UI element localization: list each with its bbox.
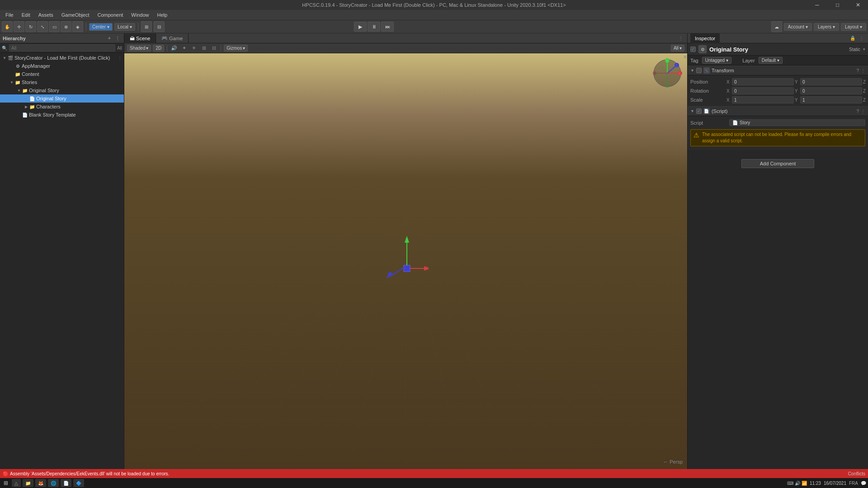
pause-button[interactable]: ⏸ — [368, 22, 380, 32]
tag-dropdown[interactable]: Untagged ▾ — [702, 57, 731, 64]
hierarchy-panel: Hierarchy + ⋮ 🔍 All ▼ 🎬 StoryCreator - L… — [0, 33, 124, 469]
menu-component[interactable]: Component — [94, 11, 127, 19]
cloud-btn[interactable]: ☁ — [771, 21, 782, 32]
gizmos-chevron-icon: ▾ — [243, 46, 245, 51]
axis-gizmo: X Y Z — [651, 57, 684, 89]
script-value-field[interactable]: 📄 Story — [729, 119, 865, 126]
start-button[interactable]: ⊞ — [2, 479, 10, 487]
tab-scene[interactable]: 🏔 Scene — [124, 33, 156, 43]
transform-info-icon[interactable]: ? — [856, 68, 859, 73]
position-z-axis: Z — [863, 80, 868, 84]
rotate-tool[interactable]: ↻ — [25, 21, 36, 32]
tree-more-root[interactable]: ⋮ — [118, 56, 124, 61]
static-label: Static — [849, 47, 860, 52]
layers-dropdown[interactable]: Layers ▾ — [814, 23, 839, 31]
maximize-button[interactable]: □ — [827, 0, 848, 10]
taskbar-explorer[interactable]: 📁 — [23, 479, 33, 487]
grid-btn[interactable]: ⊟ — [154, 21, 165, 32]
inspector-header-icons: 🔒 ⋮ — [849, 35, 865, 42]
hierarchy-search-input[interactable] — [9, 44, 115, 52]
warning-text: The associated script can not be loaded.… — [702, 131, 862, 144]
tree-item-blankstory[interactable]: 📄 Blank Story Template — [0, 111, 124, 119]
tree-item-originalstory-parent[interactable]: ▼ 📁 Original Story — [0, 86, 124, 94]
menu-assets[interactable]: Assets — [35, 11, 57, 19]
scale-x-input[interactable] — [732, 96, 794, 103]
scene-extra-btn2[interactable]: ⊟ — [210, 44, 218, 52]
menu-file[interactable]: File — [2, 11, 17, 19]
layout-dropdown[interactable]: Layout ▾ — [841, 23, 866, 31]
tree-item-content[interactable]: 📁 Content — [0, 70, 124, 78]
scene-sep2 — [221, 45, 221, 52]
scene-extra-btn1[interactable]: ⊞ — [200, 44, 208, 52]
tree-item-characters[interactable]: ▶ 📁 Characters — [0, 103, 124, 111]
layers-label: Layers — [818, 24, 831, 29]
gizmos-dropdown[interactable]: Gizmos ▾ — [224, 45, 248, 52]
script-info-icon[interactable]: ? — [856, 109, 859, 114]
scene-lighting-btn[interactable]: ☀ — [190, 44, 198, 52]
all-dropdown[interactable]: All ▾ — [671, 45, 684, 52]
move-tool[interactable]: ✛ — [14, 21, 24, 32]
scale-y-input[interactable] — [800, 96, 862, 103]
center-toggle[interactable]: Center ▾ — [89, 23, 113, 31]
tree-item-stories[interactable]: ▼ 📁 Stories — [0, 78, 124, 86]
tree-label-root: StoryCreator - Load Me First (Double Cli… — [14, 55, 110, 61]
transform-menu-icon[interactable]: ⋮ — [861, 68, 865, 73]
transform-tool[interactable]: ⊕ — [61, 21, 71, 32]
layer-dropdown[interactable]: Default ▾ — [759, 57, 783, 64]
scene-close-btn[interactable]: ✕ — [683, 54, 687, 60]
rect-tool[interactable]: ▭ — [49, 21, 60, 32]
local-toggle[interactable]: Local ▾ — [114, 23, 135, 31]
inspector-panel: Inspector 🔒 ⋮ ✓ ⚙ Original Story Static … — [687, 33, 868, 469]
scale-label: Scale — [690, 97, 726, 103]
scale-z-axis: Z — [863, 98, 868, 103]
account-dropdown[interactable]: Account ▾ — [784, 23, 812, 31]
hand-tool[interactable]: ✋ — [2, 21, 13, 32]
minimize-button[interactable]: ─ — [807, 0, 827, 10]
tab-game[interactable]: 🎮 Game — [156, 33, 189, 43]
position-label: Position — [690, 79, 726, 84]
taskbar-notepad[interactable]: 📄 — [61, 479, 71, 487]
play-button[interactable]: ▶ — [354, 22, 367, 32]
tab-inspector[interactable]: Inspector — [690, 33, 720, 43]
position-y-input[interactable] — [800, 78, 862, 85]
tree-item-root[interactable]: ▼ 🎬 StoryCreator - Load Me First (Double… — [0, 54, 124, 62]
rotation-x-input[interactable] — [732, 87, 794, 94]
custom-tool[interactable]: ◈ — [72, 21, 83, 32]
transform-component-header[interactable]: ▼ ⤡ Transform ? ⋮ — [688, 66, 868, 75]
object-active-checkbox[interactable]: ✓ — [690, 47, 696, 52]
taskbar-app2[interactable]: 🔷 — [73, 479, 84, 487]
inspector-lock-btn[interactable]: 🔒 — [849, 35, 856, 42]
step-button[interactable]: ⏭ — [381, 22, 394, 32]
tree-item-appmanager[interactable]: ⚙ AppManager — [0, 62, 124, 70]
hierarchy-add-btn[interactable]: + — [106, 35, 113, 42]
inspector-menu-btn[interactable]: ⋮ — [858, 35, 865, 42]
menu-help[interactable]: Help — [153, 11, 171, 19]
taskbar-unity[interactable]: △ — [12, 479, 21, 487]
object-name[interactable]: Original Story — [709, 46, 846, 53]
menu-edit[interactable]: Edit — [18, 11, 34, 19]
mode-dropdown[interactable]: 2D — [153, 45, 164, 52]
position-x-input[interactable] — [732, 78, 794, 85]
rotation-y-input[interactable] — [800, 87, 862, 94]
tree-item-originalstory-selected[interactable]: 📄 Original Story — [0, 94, 124, 103]
add-component-button[interactable]: Add Component — [741, 159, 815, 168]
audio-btn[interactable]: 🔊 — [170, 44, 178, 52]
script-component-header[interactable]: ▼ ✓ 📄 (Script) ? ⋮ — [688, 106, 868, 116]
script-title: (Script) — [712, 108, 855, 114]
fx-btn[interactable]: ✦ — [180, 44, 188, 52]
snap-btn[interactable]: ⊞ — [141, 21, 152, 32]
scene-view[interactable]: X Y Z ← P — [124, 53, 687, 469]
close-button[interactable]: ✕ — [848, 0, 868, 10]
taskbar-chrome[interactable]: 🌐 — [48, 479, 59, 487]
menu-window[interactable]: Window — [127, 11, 152, 19]
shading-dropdown[interactable]: Shaded ▾ — [127, 45, 151, 52]
script-checkbox[interactable]: ✓ — [696, 108, 702, 114]
taskbar-browser[interactable]: 🦊 — [35, 479, 46, 487]
menu-gameobject[interactable]: GameObject — [58, 11, 93, 19]
notification-icon[interactable]: 💬 — [861, 481, 866, 486]
scene-panel-menu[interactable]: ⋮ — [677, 35, 684, 42]
rotation-x-axis: X — [726, 89, 731, 94]
scale-tool[interactable]: ⤡ — [37, 21, 48, 32]
hierarchy-menu-btn[interactable]: ⋮ — [114, 35, 121, 42]
script-menu-icon[interactable]: ⋮ — [861, 109, 865, 114]
